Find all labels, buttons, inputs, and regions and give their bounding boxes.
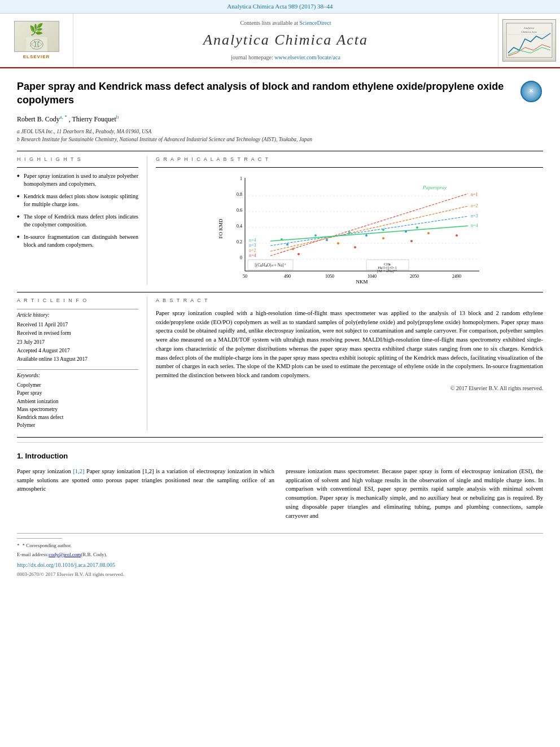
svg-text:[M + aNa]ⁿ⁺: [M + aNa]ⁿ⁺ (377, 269, 397, 273)
svg-point-36 (382, 229, 384, 231)
highlight-item-4: In-source fragmentation can distinguish … (17, 233, 138, 249)
highlight-item-3: The slope of Kendrick mass defect plots … (17, 213, 138, 229)
ref-link-1-2[interactable]: [1,2] (73, 468, 84, 474)
journal-url[interactable]: www.elsevier.com/locate/aca (274, 54, 340, 60)
affiliations: a JEOL USA Inc., 11 Dearborn Rd., Peabod… (17, 128, 543, 144)
elsevier-logo-image (14, 21, 59, 52)
revised-date-text: 23 July 2017 (17, 339, 138, 346)
highlights-graphical-section: H I G H L I G H T S Paper spray ionizati… (17, 156, 543, 286)
svg-point-41 (405, 230, 407, 233)
svg-text:Paperspray: Paperspray (422, 185, 447, 190)
svg-text:490: 490 (284, 274, 291, 279)
svg-point-42 (292, 248, 294, 250)
svg-text:n=2: n=2 (249, 248, 256, 253)
keywords-label: Keywords: (17, 372, 138, 379)
elsevier-brand-label: ELSEVIER (23, 54, 50, 60)
main-content: Paper spray and Kendrick mass defect ana… (0, 68, 560, 589)
svg-text:Analytica: Analytica (523, 27, 535, 29)
svg-text:2490: 2490 (452, 274, 461, 279)
svg-text:1: 1 (240, 176, 242, 181)
svg-point-43 (337, 242, 339, 244)
corresponding-author-note: * * Corresponding author. (17, 542, 543, 549)
article-header: Paper spray and Kendrick mass defect ana… (17, 80, 543, 107)
highlight-item-1: Paper spray ionization is used to analyz… (17, 172, 138, 188)
abstract-label: A B S T R A C T (156, 297, 543, 304)
email-note: E-mail address: cody@jeol.com (R.B. Cody… (17, 551, 543, 558)
journal-title-area: Contents lists available at ScienceDirec… (73, 14, 498, 67)
highlights-label: H I G H L I G H T S (17, 156, 138, 163)
svg-line-30 (270, 206, 468, 251)
revised-date-row: 23 July 2017 (17, 339, 138, 346)
authors-line: Robert B. Codya, * , Thierry Fouquetb (17, 113, 543, 124)
available-online-text: Available online 13 August 2017 (17, 356, 138, 363)
svg-text:n=3: n=3 (249, 243, 256, 248)
crossmark-icon: ✕ (520, 81, 542, 102)
affiliation-a: a JEOL USA Inc., 11 Dearborn Rd., Peabod… (17, 128, 543, 136)
svg-text:n=4: n=4 (249, 253, 256, 258)
journal-header: ELSEVIER Contents lists available at Sci… (0, 14, 560, 68)
corresponding-label: * Corresponding author. (23, 542, 72, 549)
history-label: Article history: (17, 312, 138, 319)
email-suffix: (R.B. Cody). (81, 551, 107, 558)
received-row: Received 11 April 2017 (17, 321, 138, 329)
crossmark-badge[interactable]: ✕ (519, 80, 543, 103)
highlight-item-2: Kendrick mass defect plots show isotopic… (17, 193, 138, 208)
email-link[interactable]: cody@jeol.com (49, 551, 81, 558)
divider-2 (17, 292, 543, 292)
article-history: Article history: Received 11 April 2017 … (17, 309, 138, 364)
journal-citation: Analytica Chimica Acta 989 (2017) 38–44 (227, 3, 333, 10)
received-text: Received 11 April 2017 (17, 321, 138, 329)
svg-point-46 (298, 253, 300, 255)
copyright-notice: © 2017 Elsevier B.V. All rights reserved… (156, 385, 543, 392)
svg-point-47 (354, 246, 356, 248)
svg-text:0.4: 0.4 (237, 224, 242, 229)
accepted-text: Accepted 4 August 2017 (17, 347, 138, 355)
svg-text:50: 50 (243, 274, 247, 279)
svg-line-29 (270, 194, 468, 256)
intro-right-column: pressure ionization mass spectrometer. B… (286, 467, 543, 525)
svg-text:0: 0 (240, 255, 242, 260)
svg-text:n=1: n=1 (471, 192, 478, 197)
svg-point-39 (326, 239, 328, 241)
science-direct-link: Contents lists available at ScienceDirec… (240, 19, 331, 27)
doi-link[interactable]: http://dx.doi.org/10.1016/j.aca.2017.08.… (17, 561, 543, 569)
footer-area: * * Corresponding author. E-mail address… (17, 533, 543, 578)
graphical-abstract-label: G R A P H I C A L A B S T R A C T (156, 156, 543, 163)
divider-1 (17, 151, 543, 151)
journal-homepage: journal homepage: www.elsevier.com/locat… (231, 54, 340, 62)
keywords-section: Keywords: Copolymer Paper spray Ambient … (17, 369, 138, 430)
svg-text:n=3: n=3 (471, 213, 478, 219)
svg-point-38 (286, 243, 288, 246)
graphical-abstract-chart: 1 0.8 0.6 0.4 0.2 0 FO KMD 50 (156, 172, 543, 285)
journal-cover-logo: Analytica Chimica Acta (498, 14, 560, 67)
science-direct-anchor[interactable]: ScienceDirect (299, 20, 331, 26)
svg-point-37 (416, 226, 418, 229)
svg-point-34 (314, 234, 317, 237)
revised-label-row: Received in revised form (17, 330, 138, 337)
svg-text:n=4: n=4 (249, 238, 256, 243)
intro-paragraph-2: pressure ionization mass spectrometer. B… (286, 467, 543, 521)
keyword-4: Mass spectrometry (17, 406, 138, 413)
svg-text:[(C₂H₄O)ₙ + Na]⁺: [(C₂H₄O)ₙ + Na]⁺ (255, 263, 286, 268)
graphical-abstract-divider (156, 167, 543, 168)
author2-sup: b (116, 114, 119, 120)
svg-text:n=2: n=2 (471, 203, 478, 208)
svg-text:2050: 2050 (410, 274, 419, 279)
abstract-text: Paper spray ionization coupled with a hi… (156, 309, 543, 380)
svg-line-32 (270, 226, 468, 241)
keyword-1: Copolymer (17, 382, 138, 389)
intro-paragraph-1: Paper spray ionization [1,2] Paper spray… (17, 467, 274, 493)
svg-point-45 (427, 232, 430, 234)
available-online-row: Available online 13 August 2017 (17, 356, 138, 363)
article-info-abstract-section: A R T I C L E I N F O Article history: R… (17, 297, 543, 430)
journal-title: Analytica Chimica Acta (203, 30, 368, 50)
affiliation-b: b Research Institute for Sustainable Che… (17, 136, 543, 143)
svg-text:0.6: 0.6 (237, 208, 242, 213)
elsevier-logo-area: ELSEVIER (0, 14, 73, 67)
svg-text:0.2: 0.2 (237, 239, 242, 244)
author1-name: Robert B. Cody (17, 115, 60, 123)
svg-text:1040: 1040 (368, 274, 377, 279)
svg-text:Chimica Acta: Chimica Acta (521, 30, 537, 33)
highlights-divider (17, 167, 138, 168)
introduction-section: 1. Introduction Paper spray ionization [… (17, 442, 543, 525)
